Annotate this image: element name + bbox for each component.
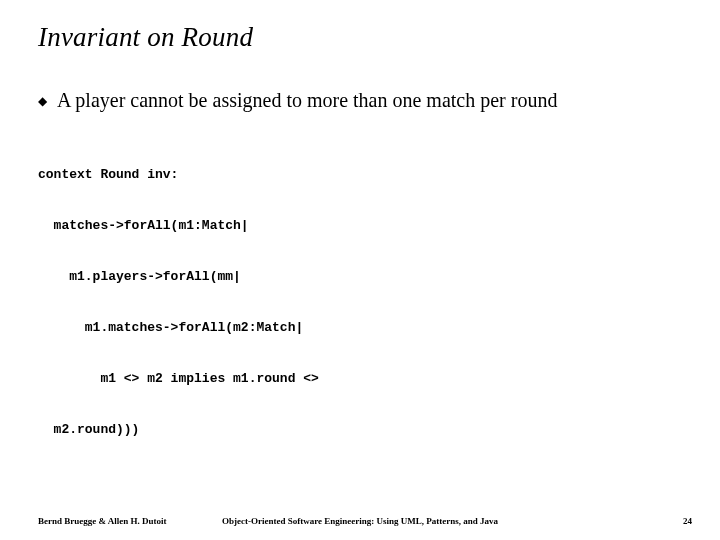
- footer-page-number: 24: [683, 516, 692, 526]
- code-line: m2.round))): [38, 421, 319, 438]
- ocl-code-block: context Round inv: matches->forAll(m1:Ma…: [38, 132, 319, 472]
- code-line: m1.matches->forAll(m2:Match|: [38, 319, 319, 336]
- bullet-item: ◆ A player cannot be assigned to more th…: [38, 88, 700, 112]
- footer: Bernd Bruegge & Allen H. Dutoit Object-O…: [0, 510, 720, 526]
- footer-title: Object-Oriented Software Engineering: Us…: [222, 516, 498, 526]
- diamond-bullet-icon: ◆: [38, 88, 47, 112]
- slide-title: Invariant on Round: [38, 22, 253, 53]
- code-line: m1.players->forAll(mm|: [38, 268, 319, 285]
- slide: Invariant on Round ◆ A player cannot be …: [0, 0, 720, 540]
- code-line: matches->forAll(m1:Match|: [38, 217, 319, 234]
- footer-author: Bernd Bruegge & Allen H. Dutoit: [38, 516, 167, 526]
- code-line: context Round inv:: [38, 166, 319, 183]
- code-line: m1 <> m2 implies m1.round <>: [38, 370, 319, 387]
- bullet-text: A player cannot be assigned to more than…: [57, 88, 557, 112]
